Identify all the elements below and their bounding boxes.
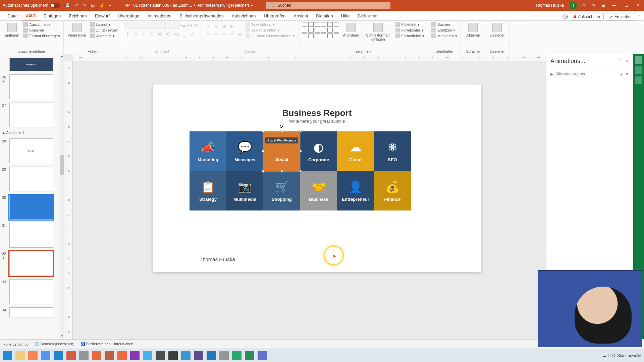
paste-button[interactable]: Einfügen [3, 22, 20, 38]
toggle-icon[interactable] [50, 3, 60, 8]
smartart-button[interactable]: In SmartArt konvertieren ▾ [246, 34, 295, 38]
thumb-partial[interactable]: Projects [9, 58, 59, 71]
numbering-icon[interactable]: ≣ [213, 23, 219, 29]
outlook-icon[interactable] [54, 351, 63, 360]
tile-social[interactable]: App & Web Projects Social [263, 131, 300, 171]
tile-messages[interactable]: 💬Messages [226, 131, 263, 171]
app-icon[interactable] [194, 351, 203, 360]
thumb-32[interactable]: 32★ [9, 251, 59, 276]
start-button[interactable] [3, 351, 12, 360]
move-down-icon[interactable]: ▼ [625, 72, 629, 76]
qat-more-icon[interactable]: ▾ [109, 3, 111, 8]
edge-icon[interactable] [232, 351, 241, 360]
slide-counter[interactable]: Folie 32 von 58 [3, 342, 29, 346]
dictate-button[interactable]: Diktieren [464, 22, 481, 38]
present-icon[interactable]: ▤ [91, 3, 95, 8]
onenote-icon[interactable] [130, 351, 140, 360]
thumb-34[interactable]: 34 [9, 307, 59, 317]
section-button[interactable]: Abschnitt ▾ [90, 34, 118, 38]
align-center-icon[interactable]: ≡ [213, 32, 219, 37]
shapes-gallery[interactable] [302, 22, 339, 38]
play-all-label[interactable]: Alle wiedergeben [555, 72, 586, 76]
slide-editor[interactable]: 1615141312111098765432101234567891011121… [65, 54, 546, 339]
strike-button[interactable]: S [150, 32, 155, 37]
thumb-28[interactable]: 28Ende [9, 138, 59, 163]
app-icon[interactable] [156, 351, 165, 360]
italic-button[interactable]: K [133, 32, 139, 37]
app-icon[interactable] [92, 351, 101, 360]
tile-finance[interactable]: 💰Finance [374, 171, 411, 210]
arrange-button[interactable]: Anordnen [342, 22, 361, 38]
designer-button[interactable]: Designer [488, 22, 506, 38]
tab-ueberpruefen[interactable]: Überprüfen [260, 11, 290, 20]
record-button[interactable]: Aufzeichnen [570, 13, 604, 20]
clear-format-icon[interactable]: Aᵠ [194, 23, 198, 28]
horizontal-ruler[interactable]: 1615141312111098765432101234567891011121… [73, 54, 546, 61]
highlight-button[interactable]: ▁ [182, 32, 187, 37]
redo-icon[interactable]: ↷ [83, 3, 86, 8]
underline-button[interactable]: U [142, 32, 147, 37]
ribbon-collapse-icon[interactable]: ˅ [638, 14, 641, 19]
bullets-icon[interactable]: ≡ [205, 23, 211, 29]
tab-uebergaenge[interactable]: Übergänge [114, 11, 143, 20]
autosave-toggle[interactable]: Automatisches Speichern [3, 3, 60, 8]
tab-bildschirm[interactable]: Bildschirmpräsentation [175, 11, 228, 20]
rotate-handle-icon[interactable]: ⟳ [280, 124, 284, 129]
thumb-31[interactable]: 31 [9, 223, 59, 248]
align-left-icon[interactable]: ≡ [205, 32, 211, 37]
move-up-icon[interactable]: ▲ [619, 72, 623, 76]
format-painter-button[interactable]: Format übertragen [23, 34, 60, 38]
tile-shopping[interactable]: 🛒Shopping [263, 171, 300, 210]
tab-bildformat[interactable]: Bildformat [354, 11, 382, 20]
tab-datei[interactable]: Datei [3, 11, 21, 20]
vertical-ruler[interactable]: 9876543210123456789 [65, 61, 73, 339]
grow-font-icon[interactable]: A▲ [180, 23, 186, 27]
undo-icon[interactable]: ↶ [75, 3, 78, 8]
replace-button[interactable]: Ersetzen ▾ [431, 28, 457, 33]
app-icon[interactable] [79, 351, 89, 360]
shadow-button[interactable]: ab [158, 32, 163, 37]
text-direction-button[interactable]: Textrichtung ▾ [246, 22, 295, 27]
language-indicator[interactable]: 🌐 Deutsch (Österreich) [35, 342, 74, 346]
thumb-30[interactable]: 30 [9, 195, 59, 220]
outline-button[interactable]: Formkontur ▾ [395, 28, 425, 33]
slide-title[interactable]: Business Report [153, 108, 481, 118]
scroll-up-icon[interactable]: ▲ [60, 54, 64, 59]
maximize-button[interactable]: ☐ [623, 3, 629, 8]
effects-button[interactable]: Formeffekte ▾ [395, 34, 425, 38]
font-size-input[interactable] [167, 22, 179, 29]
font-color-button[interactable]: A [190, 32, 195, 37]
app-icon[interactable] [168, 351, 178, 360]
indent-dec-icon[interactable]: ◀ [221, 23, 227, 29]
window-icon[interactable]: ▣ [601, 3, 605, 8]
close-icon[interactable]: ✕ [626, 59, 629, 64]
tile-strategy[interactable]: 📋Strategy [190, 171, 226, 210]
powerpoint-icon[interactable] [66, 351, 76, 360]
side-icon[interactable] [635, 76, 642, 84]
columns-icon[interactable]: ▥ [237, 32, 243, 37]
section-header[interactable]: ▸ Abschnitt 4 [3, 131, 59, 135]
save-icon[interactable]: 💾 [65, 3, 70, 8]
accessibility-indicator[interactable]: ♿ Barrierefreiheit: Untersuchen [80, 342, 133, 346]
spacing-button[interactable]: AV [166, 32, 171, 37]
quick-styles-button[interactable]: Schnellformat-vorlagen [363, 22, 393, 42]
search-box[interactable]: 🔍 Suchen [266, 2, 390, 9]
fill-button[interactable]: Fülleffekt ▾ [395, 22, 425, 27]
touch-icon[interactable]: ☝ [99, 3, 104, 8]
slide-subtitle[interactable]: Write here your great subtitle [153, 119, 481, 124]
chevron-down-icon[interactable]: ▾ [251, 3, 253, 8]
thumb-26[interactable]: 26★ [9, 74, 59, 99]
thumb-29[interactable]: 29 [9, 167, 59, 191]
reset-button[interactable]: Zurücksetzen [90, 28, 118, 33]
app-icon[interactable] [181, 351, 191, 360]
tab-hilfe[interactable]: Hilfe [337, 11, 354, 20]
tile-business[interactable]: 🤝Business [300, 171, 337, 210]
explorer-icon[interactable] [15, 351, 25, 360]
pen-icon[interactable]: ✎ [592, 3, 595, 8]
minimize-button[interactable]: — [611, 3, 617, 8]
copy-button[interactable]: Kopieren [23, 28, 60, 33]
chevron-down-icon[interactable]: ˅ [619, 59, 622, 64]
tab-einfuegen[interactable]: Einfügen [40, 11, 65, 20]
tab-animationen[interactable]: Animationen [143, 11, 175, 20]
tab-entwurf[interactable]: Entwurf [91, 11, 114, 20]
